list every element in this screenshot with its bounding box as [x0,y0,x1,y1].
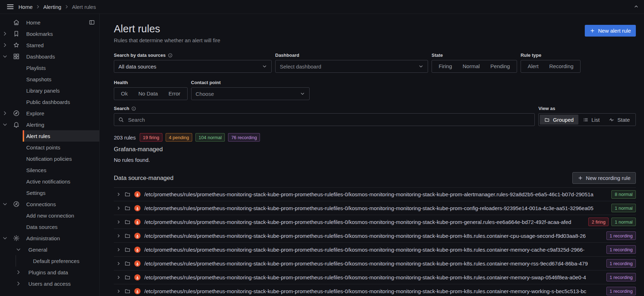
prometheus-icon [134,246,141,253]
option-ok[interactable]: Ok [116,88,133,100]
sidebar-item-label: Snapshots [26,76,51,82]
rule-group-path[interactable]: /etc/prometheus/rules/prometheus-monitor… [144,191,608,197]
grid-icon [13,53,20,60]
expand-icon[interactable] [116,247,121,252]
rule-group-path[interactable]: /etc/prometheus/rules/prometheus-monitor… [144,233,603,239]
rule-type-filter-group: AlertRecording [521,60,581,73]
rule-group-row[interactable]: /etc/prometheus/rules/prometheus-monitor… [114,215,636,229]
expand-icon[interactable] [116,275,121,280]
sidebar-item-silences[interactable]: Silences [0,164,99,176]
option-pending[interactable]: Pending [485,60,515,72]
expand-icon[interactable] [116,261,121,266]
expand-icon[interactable] [116,220,121,224]
chevron-right-icon[interactable] [16,269,21,275]
view-as-list[interactable]: List [578,115,604,125]
sidebar-item-playlists[interactable]: Playlists [0,62,99,73]
dashboard-select[interactable]: Select dashboard [275,60,428,73]
sidebar-item-administration[interactable]: Administration [0,232,99,244]
rule-group-path[interactable]: /etc/prometheus/rules/prometheus-monitor… [144,219,585,225]
rule-group-badges: 1 recording [606,259,636,268]
plus-icon [578,175,583,181]
sidebar-item-label: Home [26,20,40,26]
rule-group-row[interactable]: /etc/prometheus/rules/prometheus-monitor… [114,201,636,215]
sidebar-item-home[interactable]: Home [0,17,99,28]
rule-group-row[interactable]: /etc/prometheus/rules/prometheus-monitor… [114,187,636,201]
chevron-down-icon[interactable] [16,247,21,252]
rule-group-path[interactable]: /etc/prometheus/rules/prometheus-monitor… [144,274,603,280]
rule-group-path[interactable]: /etc/prometheus/rules/prometheus-monitor… [144,261,603,267]
page-title: Alert rules [114,22,220,35]
option-recording[interactable]: Recording [544,60,579,72]
sidebar-item-label: Data sources [26,224,57,230]
sidebar-item-alerting[interactable]: Alerting [0,119,99,130]
sidebar-item-notification-policies[interactable]: Notification policies [0,153,99,164]
sidebar-item-active-notifications[interactable]: Active notifications [0,176,99,187]
sidebar-item-default-preferences[interactable]: Default preferences [16,255,99,267]
badge-recording: 1 recording [606,231,636,240]
sidebar-item-users-and-access[interactable]: Users and access [0,278,99,289]
expand-icon[interactable] [116,192,121,197]
sidebar-item-library-panels[interactable]: Library panels [0,85,99,96]
dock-sidebar-icon[interactable] [89,19,95,26]
chevron-down-icon[interactable] [2,235,8,241]
chevron-right-icon[interactable] [2,42,8,48]
new-alert-rule-button[interactable]: New alert rule [585,25,636,37]
expand-icon[interactable] [116,234,121,238]
data-source-managed-heading: Data source-managed [114,175,173,182]
sidebar-item-explore[interactable]: Explore [0,108,99,119]
sidebar-item-public-dashboards[interactable]: Public dashboards [0,96,99,108]
contact-point-select[interactable]: Choose [191,87,310,100]
expand-icon[interactable] [116,206,121,210]
sidebar-item-data-sources[interactable]: Data sources [0,221,99,232]
option-no-data[interactable]: No Data [133,88,163,100]
view-as-grouped[interactable]: Grouped [540,115,578,125]
search-filter-label: Search [114,106,535,111]
folder-icon [124,233,131,239]
prometheus-icon [134,191,141,198]
hamburger-menu-icon[interactable] [6,3,14,11]
sidebar-item-plugins-and-data[interactable]: Plugins and data [0,267,99,278]
expand-icon[interactable] [116,289,121,294]
chevron-down-icon[interactable] [2,122,8,127]
rule-group-row[interactable]: /etc/prometheus/rules/prometheus-monitor… [114,270,636,284]
sidebar-item-general[interactable]: General [0,244,99,255]
breadcrumb-home[interactable]: Home [18,4,33,10]
chevron-right-icon[interactable] [2,31,8,37]
rule-group-row[interactable]: /etc/prometheus/rules/prometheus-monitor… [114,243,636,257]
option-firing[interactable]: Firing [433,60,457,72]
sidebar-item-label: Silences [26,167,46,173]
new-recording-rule-button[interactable]: New recording rule [572,172,636,184]
sidebar-item-add-new-connection[interactable]: Add new connection [0,210,99,221]
rule-group-row[interactable]: /etc/prometheus/rules/prometheus-monitor… [114,257,636,270]
view-as-label: View as [538,106,636,111]
rule-group-path[interactable]: /etc/prometheus/rules/prometheus-monitor… [144,288,603,294]
chevron-spacer [2,20,8,25]
chevron-right-icon[interactable] [16,281,21,286]
rule-group-row[interactable]: /etc/prometheus/rules/prometheus-monitor… [114,229,636,243]
chevron-right-icon[interactable] [2,110,8,116]
rule-group-path[interactable]: /etc/prometheus/rules/prometheus-monitor… [144,205,608,211]
sidebar-item-label: Contact points [26,144,60,150]
option-normal[interactable]: Normal [457,60,485,72]
sidebar-item-dashboards[interactable]: Dashboards [0,51,99,62]
sidebar-item-connections[interactable]: Connections [0,198,99,210]
option-error[interactable]: Error [163,88,185,100]
sidebar-item-alert-rules[interactable]: Alert rules [23,130,99,142]
search-input[interactable] [127,116,531,123]
sidebar-item-settings[interactable]: Settings [0,187,99,198]
sidebar-item-starred[interactable]: Starred [0,39,99,51]
rule-group-row[interactable]: /etc/prometheus/rules/prometheus-monitor… [114,284,636,296]
chevron-down-icon[interactable] [2,201,8,207]
breadcrumb-alerting[interactable]: Alerting [43,4,61,10]
sidebar-item-contact-points[interactable]: Contact points [0,142,99,153]
prometheus-icon [134,288,141,295]
sidebar-item-snapshots[interactable]: Snapshots [0,73,99,85]
view-as-state[interactable]: State [604,115,634,125]
option-alert[interactable]: Alert [522,60,544,72]
chevron-down-icon[interactable] [2,54,8,59]
rule-group-path[interactable]: /etc/prometheus/rules/prometheus-monitor… [144,247,603,253]
sidebar-item-bookmarks[interactable]: Bookmarks [0,28,99,39]
collapse-topbar-icon[interactable] [633,4,639,9]
datasource-select[interactable]: All data sources [114,60,272,73]
sidebar: HomeBookmarksStarredDashboardsPlaylistsS… [0,14,100,296]
